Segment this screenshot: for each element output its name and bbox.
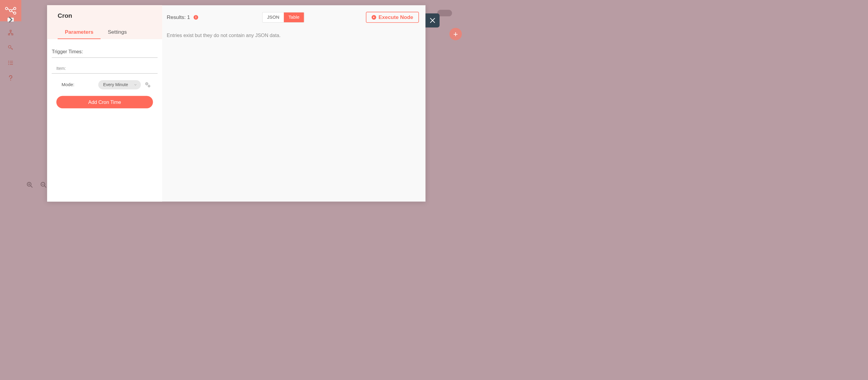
svg-point-8 bbox=[8, 61, 9, 62]
results-empty-message: Entries exist but they do not contain an… bbox=[167, 33, 419, 38]
results-count: 1 bbox=[187, 14, 190, 20]
results-label: Results: 1 bbox=[167, 14, 190, 20]
svg-line-20 bbox=[44, 186, 46, 187]
zoom-out-button[interactable] bbox=[40, 181, 47, 188]
sidebar-item-help[interactable] bbox=[7, 74, 14, 81]
svg-rect-5 bbox=[8, 34, 10, 35]
svg-point-2 bbox=[10, 10, 12, 12]
app-sidebar bbox=[0, 0, 22, 207]
zoom-in-button[interactable] bbox=[26, 181, 33, 188]
item-label: Item: bbox=[52, 58, 158, 74]
results-label-text: Results: bbox=[167, 14, 186, 20]
config-tabs: Parameters Settings bbox=[58, 26, 162, 39]
execute-node-button[interactable]: Execute Node bbox=[366, 12, 419, 23]
add-cron-button-label: Add Cron Time bbox=[88, 99, 121, 105]
svg-rect-4 bbox=[10, 30, 11, 31]
sidebar-item-credentials[interactable] bbox=[7, 44, 14, 51]
zoom-controls bbox=[26, 181, 47, 188]
question-icon bbox=[8, 75, 14, 81]
svg-point-10 bbox=[8, 62, 9, 63]
play-icon bbox=[372, 15, 376, 20]
n8n-logo-icon bbox=[5, 7, 16, 15]
list-icon bbox=[8, 60, 14, 66]
svg-point-25 bbox=[147, 83, 147, 84]
close-icon bbox=[429, 17, 436, 24]
results-header: Results: 1 i JSON Table bbox=[167, 12, 419, 23]
results-info-icon[interactable]: i bbox=[193, 15, 198, 20]
parameters-body: Trigger Times: Item: Mode: Every Minute bbox=[47, 39, 162, 108]
mode-select[interactable]: Every Minute bbox=[98, 80, 141, 89]
workflow-icon bbox=[8, 30, 14, 36]
gears-icon bbox=[145, 82, 151, 88]
svg-point-7 bbox=[8, 45, 11, 48]
add-node-button[interactable]: + bbox=[450, 28, 462, 40]
sidebar-collapse-toggle[interactable] bbox=[7, 18, 14, 22]
svg-point-0 bbox=[5, 7, 8, 10]
mode-select-value: Every Minute bbox=[103, 82, 128, 87]
mode-label: Mode: bbox=[61, 82, 94, 87]
node-editor-modal: Cron Parameters Settings Trigger Times: … bbox=[47, 5, 425, 201]
mode-field-row: Mode: Every Minute bbox=[52, 74, 158, 96]
plus-icon: + bbox=[453, 30, 458, 39]
view-json-label: JSON bbox=[267, 15, 279, 20]
node-title: Cron bbox=[58, 12, 162, 19]
view-table-label: Table bbox=[288, 15, 299, 20]
view-mode-toggle: JSON Table bbox=[262, 12, 304, 23]
chevron-down-icon bbox=[134, 83, 137, 87]
svg-point-1 bbox=[13, 7, 16, 10]
tab-settings[interactable]: Settings bbox=[101, 26, 134, 39]
svg-point-27 bbox=[149, 86, 150, 87]
svg-line-16 bbox=[31, 186, 33, 187]
app-logo[interactable] bbox=[0, 0, 22, 22]
key-icon bbox=[8, 45, 14, 51]
results-panel: Results: 1 i JSON Table bbox=[162, 5, 426, 201]
execute-button-label: Execute Node bbox=[378, 14, 413, 20]
close-modal-button[interactable] bbox=[426, 13, 440, 28]
node-config-panel: Cron Parameters Settings Trigger Times: … bbox=[47, 5, 162, 201]
chevron-right-icon bbox=[7, 16, 14, 24]
svg-rect-6 bbox=[12, 34, 13, 35]
trigger-times-label: Trigger Times: bbox=[52, 49, 158, 58]
view-json-button[interactable]: JSON bbox=[262, 12, 284, 22]
tab-parameters-label: Parameters bbox=[65, 29, 93, 35]
node-header: Cron Parameters Settings bbox=[47, 5, 162, 39]
sidebar-item-workflows[interactable] bbox=[7, 29, 14, 36]
tab-parameters[interactable]: Parameters bbox=[58, 26, 101, 39]
mode-options-button[interactable] bbox=[145, 82, 151, 88]
view-table-button[interactable]: Table bbox=[284, 12, 304, 22]
add-cron-time-button[interactable]: Add Cron Time bbox=[56, 96, 153, 108]
svg-point-12 bbox=[8, 64, 9, 65]
zoom-out-icon bbox=[40, 181, 47, 188]
svg-point-3 bbox=[13, 12, 16, 14]
svg-point-14 bbox=[10, 80, 11, 81]
tab-settings-label: Settings bbox=[108, 29, 127, 35]
zoom-in-icon bbox=[27, 181, 33, 188]
sidebar-item-executions[interactable] bbox=[7, 59, 14, 67]
